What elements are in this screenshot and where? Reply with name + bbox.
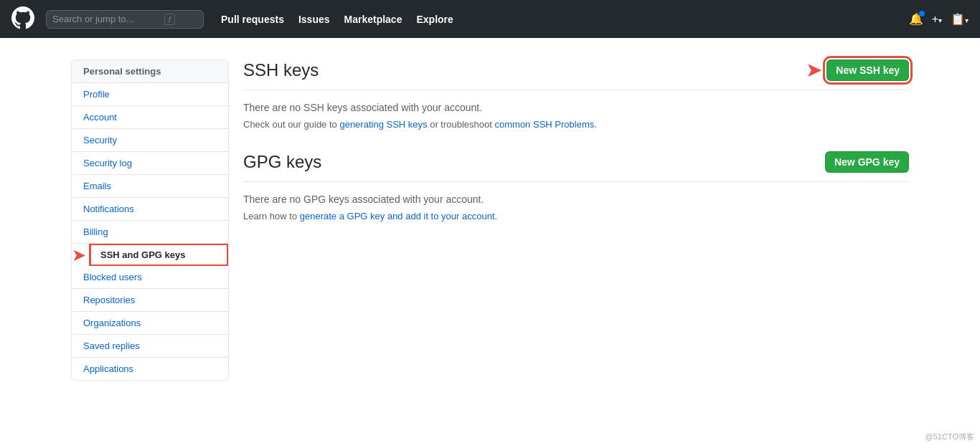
plus-dropdown-arrow: ▾: [938, 16, 942, 24]
sidebar-item-account[interactable]: Account: [72, 106, 228, 129]
gpg-empty-text: There are no GPG keys associated with yo…: [243, 194, 909, 205]
sidebar-item-applications[interactable]: Applications: [72, 358, 228, 380]
page-container: Personal settings Profile Account Securi…: [60, 38, 920, 402]
red-arrow-new-ssh-icon: ➤: [806, 60, 822, 80]
gpg-section-title: GPG keys: [243, 152, 321, 172]
ssh-help-text: Check out our guide to generating SSH ke…: [243, 119, 909, 130]
sidebar-item-saved-replies[interactable]: Saved replies: [72, 335, 228, 358]
gpg-generate-link[interactable]: generate a GPG key and add it to your ac…: [300, 211, 495, 221]
sidebar-item-profile[interactable]: Profile: [72, 83, 228, 106]
sidebar-item-ssh-gpg-keys[interactable]: SSH and GPG keys: [89, 244, 228, 266]
sidebar-item-security-log[interactable]: Security log: [72, 152, 228, 175]
new-gpg-key-button[interactable]: New GPG key: [825, 151, 909, 173]
ssh-section-title: SSH keys: [243, 60, 319, 80]
sidebar-item-security[interactable]: Security: [72, 129, 228, 152]
sidebar-nav: Profile Account Security Security log Em…: [71, 83, 229, 381]
sidebar-item-billing[interactable]: Billing: [72, 221, 228, 244]
gpg-help-suffix: .: [495, 211, 498, 221]
navbar: / Pull requests Issues Marketplace Explo…: [0, 0, 980, 38]
sidebar-item-blocked-users[interactable]: Blocked users: [72, 266, 228, 289]
ssh-help-suffix: .: [594, 119, 597, 130]
ssh-empty-text: There are no SSH keys associated with yo…: [243, 102, 909, 113]
ssh-problems-link[interactable]: common SSH Problems: [495, 119, 595, 130]
repo-icon[interactable]: 📋▾: [951, 12, 969, 26]
sidebar-item-notifications[interactable]: Notifications: [72, 198, 228, 221]
navbar-pull-requests[interactable]: Pull requests: [221, 14, 284, 25]
gpg-keys-section: GPG keys New GPG key There are no GPG ke…: [243, 151, 909, 221]
search-input[interactable]: [52, 14, 160, 24]
search-box[interactable]: /: [46, 10, 204, 29]
ssh-help-middle: or troubleshoot: [428, 119, 495, 130]
sidebar: Personal settings Profile Account Securi…: [71, 59, 229, 381]
sidebar-red-arrow-icon: ➤: [72, 245, 86, 265]
gpg-section-header: GPG keys New GPG key: [243, 151, 909, 182]
plus-icon[interactable]: +▾: [932, 13, 942, 26]
new-ssh-key-arrow-container: ➤ New SSH key: [806, 59, 909, 81]
sidebar-item-organizations[interactable]: Organizations: [72, 312, 228, 335]
github-logo-icon[interactable]: [11, 6, 34, 32]
sidebar-header: Personal settings: [71, 59, 229, 83]
sidebar-item-emails[interactable]: Emails: [72, 175, 228, 198]
notifications-bell-icon[interactable]: 🔔: [909, 12, 923, 26]
search-slash-key: /: [164, 14, 175, 25]
navbar-right: 🔔 +▾ 📋▾: [909, 12, 969, 26]
gpg-help-prefix: Learn how to: [243, 211, 300, 221]
sidebar-item-repositories[interactable]: Repositories: [72, 289, 228, 312]
repo-dropdown-arrow: ▾: [965, 16, 969, 24]
navbar-marketplace[interactable]: Marketplace: [344, 14, 402, 25]
ssh-section-header: SSH keys ➤ New SSH key: [243, 59, 909, 90]
main-content: SSH keys ➤ New SSH key There are no SSH …: [243, 59, 909, 381]
navbar-links: Pull requests Issues Marketplace Explore: [221, 14, 453, 25]
navbar-issues[interactable]: Issues: [298, 14, 330, 25]
navbar-explore[interactable]: Explore: [416, 14, 453, 25]
new-ssh-key-button[interactable]: New SSH key: [826, 59, 909, 81]
ssh-help-prefix: Check out our guide to: [243, 119, 339, 130]
sidebar-arrow-row: ➤ SSH and GPG keys: [72, 244, 228, 266]
notification-badge: [919, 11, 925, 16]
ssh-generating-link[interactable]: generating SSH keys: [339, 119, 427, 130]
gpg-help-text: Learn how to generate a GPG key and add …: [243, 211, 909, 221]
ssh-keys-section: SSH keys ➤ New SSH key There are no SSH …: [243, 59, 909, 130]
